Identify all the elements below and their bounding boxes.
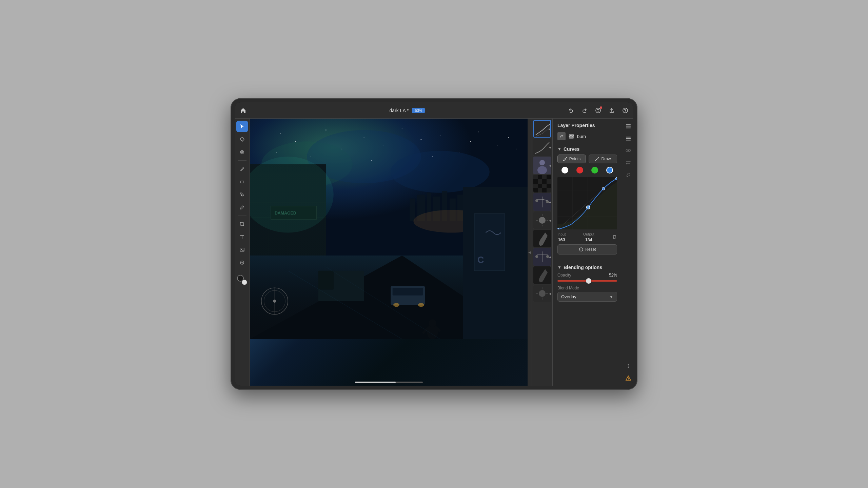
opacity-row: Opacity 52% xyxy=(557,273,617,278)
layer-name: burn xyxy=(577,134,586,139)
home-button[interactable] xyxy=(238,105,248,116)
svg-rect-90 xyxy=(538,188,542,192)
share-button[interactable] xyxy=(607,106,616,115)
input-group: Input 163 xyxy=(557,232,566,242)
svg-point-30 xyxy=(470,141,471,142)
document-title: dark LA * xyxy=(390,108,409,113)
notification-button[interactable] xyxy=(593,106,603,115)
svg-rect-91 xyxy=(542,184,547,188)
svg-point-142 xyxy=(627,176,628,177)
layer-thumb-3[interactable]: ◀ xyxy=(533,157,551,174)
scroll-indicator xyxy=(355,382,423,383)
layer-mode-row: burn xyxy=(553,131,622,144)
svg-point-7 xyxy=(240,209,241,209)
svg-rect-92 xyxy=(547,188,551,192)
curves-section-header[interactable]: ▼ Curves xyxy=(553,144,622,155)
svg-point-14 xyxy=(326,129,327,130)
pen-tool[interactable] xyxy=(236,163,248,175)
layer-thumb-5[interactable]: ◀ xyxy=(533,193,551,211)
warning-icon xyxy=(624,373,633,383)
layer-thumb-1[interactable]: ◀ xyxy=(533,120,551,138)
points-button[interactable]: Points xyxy=(557,155,586,163)
svg-rect-64 xyxy=(393,288,423,295)
fill-tool[interactable] xyxy=(236,189,248,200)
svg-point-110 xyxy=(546,255,549,258)
blending-section: Opacity 52% Blend Mode Overlay ▼ xyxy=(553,273,622,305)
layer-thumb-2[interactable]: ◀ xyxy=(533,138,551,156)
lasso-tool[interactable] xyxy=(236,134,248,145)
svg-rect-35 xyxy=(410,199,415,221)
paint-icon[interactable] xyxy=(624,170,633,180)
swap-icon[interactable] xyxy=(624,158,633,167)
layer-thumb-9[interactable] xyxy=(533,266,551,284)
layers-panel-icon[interactable] xyxy=(624,121,633,131)
layer-thumb-10[interactable]: ◀ xyxy=(533,285,551,302)
blue-channel[interactable] xyxy=(606,167,613,174)
blend-mode-select[interactable]: Overlay ▼ xyxy=(557,292,617,302)
svg-rect-86 xyxy=(538,179,542,184)
svg-point-78 xyxy=(273,300,276,303)
svg-point-23 xyxy=(421,139,422,140)
svg-point-83 xyxy=(537,166,547,174)
reset-button[interactable]: Reset xyxy=(557,244,617,255)
rgb-channel[interactable] xyxy=(561,167,568,174)
crop-tool[interactable] xyxy=(236,218,248,230)
svg-point-141 xyxy=(627,150,629,151)
color-swatches[interactable] xyxy=(237,275,247,285)
layer-thumb-8[interactable]: ◀ xyxy=(533,248,551,266)
draw-button[interactable]: Draw xyxy=(589,155,617,163)
svg-point-16 xyxy=(402,128,402,128)
svg-point-3 xyxy=(625,111,626,112)
svg-point-132 xyxy=(602,187,605,190)
svg-point-100 xyxy=(539,217,546,224)
help-button[interactable] xyxy=(620,106,630,115)
svg-rect-134 xyxy=(626,124,631,125)
layer-thumb-6[interactable]: ◀ xyxy=(533,211,551,229)
svg-point-13 xyxy=(295,141,296,142)
svg-point-17 xyxy=(440,136,440,136)
redo-button[interactable] xyxy=(580,106,589,115)
delete-point-button[interactable] xyxy=(612,234,617,241)
svg-point-31 xyxy=(516,149,516,149)
select-tool[interactable] xyxy=(236,121,248,132)
opacity-slider[interactable] xyxy=(557,280,617,282)
svg-point-4 xyxy=(240,150,244,154)
layer-thumb-7[interactable] xyxy=(533,230,551,247)
svg-rect-135 xyxy=(626,126,631,127)
svg-rect-139 xyxy=(626,140,631,141)
eyedropper-tool[interactable] xyxy=(236,257,248,268)
curves-section: Points Draw xyxy=(553,155,622,262)
svg-point-82 xyxy=(539,160,545,165)
red-channel[interactable] xyxy=(576,167,583,174)
zoom-level[interactable]: 53% xyxy=(412,108,425,113)
layer-thumb-4[interactable] xyxy=(533,175,551,192)
panel-collapse[interactable]: ◀ xyxy=(528,119,532,386)
visibility-icon[interactable] xyxy=(624,146,633,155)
adjustments-icon[interactable] xyxy=(624,134,633,143)
svg-point-98 xyxy=(546,201,549,203)
eraser-tool[interactable] xyxy=(236,176,248,187)
more-options-button[interactable] xyxy=(624,361,633,371)
color-picker-tool[interactable] xyxy=(236,202,248,213)
curves-graph[interactable] xyxy=(557,177,617,229)
svg-rect-89 xyxy=(533,184,538,188)
image-tool[interactable] xyxy=(236,244,248,256)
svg-point-19 xyxy=(497,145,497,146)
text-tool[interactable] xyxy=(236,231,248,243)
left-toolbar xyxy=(235,119,250,386)
svg-point-18 xyxy=(478,131,478,132)
right-panel: Layer Properties xyxy=(552,119,622,386)
svg-point-133 xyxy=(616,177,617,180)
svg-point-5 xyxy=(241,151,243,153)
layer-icon xyxy=(557,132,566,140)
canvas-area[interactable]: DAMAGED xyxy=(250,119,528,386)
green-channel[interactable] xyxy=(591,167,598,174)
selection-brush-tool[interactable] xyxy=(236,146,248,158)
curves-mode-buttons: Points Draw xyxy=(557,155,617,163)
svg-rect-138 xyxy=(626,138,631,139)
svg-rect-137 xyxy=(626,137,631,138)
svg-point-131 xyxy=(587,206,590,209)
blending-section-header[interactable]: ▼ Blending options xyxy=(553,262,622,273)
undo-button[interactable] xyxy=(566,106,576,115)
output-group: Output 134 xyxy=(583,232,594,242)
